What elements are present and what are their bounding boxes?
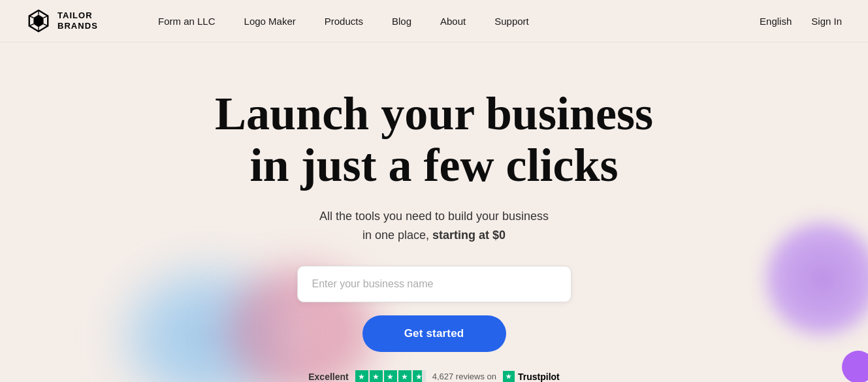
nav-products[interactable]: Products <box>310 0 378 42</box>
hero-subtitle: All the tools you need to build your bus… <box>319 207 549 245</box>
hero-subtitle-text2: in one place, <box>362 229 429 242</box>
hero-title-line2: in just a few clicks <box>250 139 619 191</box>
star-3: ★ <box>384 370 397 382</box>
logo[interactable]: TAILOR BRANDS <box>26 8 131 33</box>
navbar: TAILOR BRANDS Form an LLC Logo Maker Pro… <box>0 0 868 42</box>
nav-about[interactable]: About <box>426 0 480 42</box>
trustpilot-brand-name: Trustpilot <box>518 372 560 382</box>
language-selector[interactable]: English <box>760 16 792 27</box>
business-name-wrapper <box>297 266 571 302</box>
business-name-input[interactable] <box>297 266 571 302</box>
hero-title: Launch your business in just a few click… <box>215 88 653 191</box>
nav-form-llc[interactable]: Form an LLC <box>144 0 230 42</box>
star-1: ★ <box>355 370 368 382</box>
get-started-button[interactable]: Get started <box>362 315 506 352</box>
nav-support[interactable]: Support <box>480 0 543 42</box>
hero-section: Launch your business in just a few click… <box>0 42 868 382</box>
trustpilot-reviews: 4,627 reviews on <box>432 372 496 381</box>
nav-logo-maker[interactable]: Logo Maker <box>230 0 310 42</box>
logo-icon <box>26 8 51 33</box>
star-4: ★ <box>398 370 411 382</box>
logo-text: TAILOR <box>57 10 93 20</box>
logo-text-2: BRANDS <box>57 21 98 31</box>
trustpilot-row: Excellent ★ ★ ★ ★ ★ 4,627 reviews on ★ T… <box>308 370 560 382</box>
hero-subtitle-text: All the tools you need to build your bus… <box>319 210 549 223</box>
trustpilot-stars: ★ ★ ★ ★ ★ <box>355 370 426 382</box>
sign-in-link[interactable]: Sign In <box>811 16 842 27</box>
star-5: ★ <box>413 370 426 382</box>
star-2: ★ <box>370 370 383 382</box>
nav-blog[interactable]: Blog <box>378 0 426 42</box>
hero-title-line1: Launch your business <box>215 88 653 140</box>
nav-links: Form an LLC Logo Maker Products Blog Abo… <box>144 0 760 42</box>
hero-subtitle-bold: starting at $0 <box>432 229 506 242</box>
trustpilot-logo: ★ Trustpilot <box>503 371 560 382</box>
nav-right: English Sign In <box>760 16 842 27</box>
trustpilot-excellent: Excellent <box>308 372 348 382</box>
trustpilot-tp-icon: ★ <box>503 371 515 382</box>
